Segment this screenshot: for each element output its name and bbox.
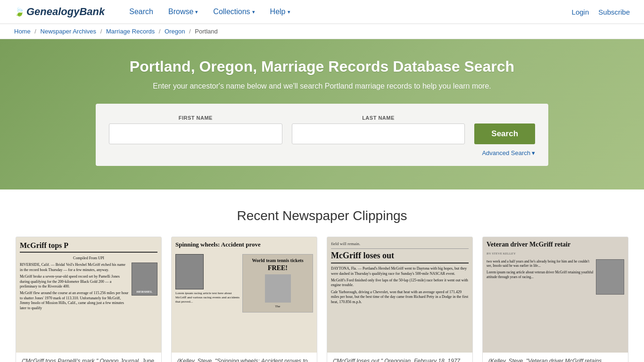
clippings-section: Recent Newspaper Clippings McGriff tops … — [0, 189, 644, 362]
clipping-caption-1: ("McGriff tops Parnelli's mark." Oregon … — [22, 357, 156, 362]
clipping-content-2: Spinning wheels: Accident prove Lorem ip… — [172, 237, 317, 353]
browse-chevron-icon: ▾ — [195, 9, 198, 15]
search-button[interactable]: Search — [474, 123, 535, 144]
breadcrumb-sep2: / — [100, 28, 104, 35]
main-nav: Search Browse ▾ Collections ▾ Help ▾ — [124, 5, 571, 19]
clipping-content-1: McGriff tops P Compiled From UPI RIVERSI… — [16, 237, 161, 353]
logo-leaf-icon: 🍃 — [14, 7, 25, 17]
breadcrumb-sep4: / — [189, 28, 192, 35]
breadcrumb-newspaper-archives[interactable]: Newspaper Archives — [41, 28, 97, 35]
clipping-card-1[interactable]: McGriff tops P Compiled From UPI RIVERSI… — [16, 237, 162, 362]
clippings-grid: McGriff tops P Compiled From UPI RIVERSI… — [16, 237, 628, 362]
clipping-content-3: field will remain. McGriff loses out DAY… — [327, 237, 472, 353]
clipping-photo-a-2 — [175, 254, 204, 289]
clipping-headline-3: McGriff loses out — [331, 251, 469, 264]
nav-browse[interactable]: Browse ▾ — [163, 5, 204, 19]
clipping-byline-4: BY STEVE KELLEY — [487, 252, 624, 256]
clipping-body-wrap-1: RIVERSIDE, Calif. — Bridal Veil's Hershe… — [20, 263, 157, 311]
logo-text: GenealogyBank — [26, 6, 105, 18]
clipping-byline-1: Compiled From UPI — [20, 255, 157, 261]
clipping-body-3: DAYTONA, Fla. — Portland's Hershel McGri… — [331, 266, 469, 304]
breadcrumb: Home / Newspaper Archives / Marriage Rec… — [0, 24, 644, 39]
breadcrumb-portland: Portland — [195, 28, 217, 35]
nav-search-label: Search — [129, 8, 153, 16]
clipping-content-4: Veteran driver McGriff retair BY STEVE K… — [483, 237, 628, 353]
subscribe-link[interactable]: Subscribe — [598, 8, 630, 16]
nav-search[interactable]: Search — [124, 5, 159, 19]
clipping-ad-headline-2: World team tennis tickets — [252, 257, 303, 263]
advanced-search-area: Advanced Search ▾ — [109, 149, 535, 156]
clipping-caption-4: (Kelley, Steve. "Veteran driver McGriff … — [488, 357, 622, 362]
nav-browse-label: Browse — [168, 8, 193, 16]
nav-collections-label: Collections — [213, 8, 250, 16]
first-name-label: FIRST NAME — [109, 115, 282, 121]
help-chevron-icon: ▾ — [288, 9, 290, 15]
clipping-headline-4: Veteran driver McGriff retair — [487, 241, 624, 249]
first-name-input[interactable] — [109, 123, 282, 144]
search-box: FIRST NAME LAST NAME Search Advanced Sea… — [96, 104, 548, 166]
clipping-image-1: McGriff tops P Compiled From UPI RIVERSI… — [16, 237, 161, 353]
clipping-top-bar-3: field will remain. — [331, 241, 469, 249]
first-name-group: FIRST NAME — [109, 115, 282, 144]
nav-collections[interactable]: Collections ▾ — [207, 5, 260, 19]
last-name-label: LAST NAME — [292, 115, 465, 121]
clipping-body-wrap-4: two week and a half years and he's alrea… — [487, 259, 624, 295]
clipping-info-1: ("McGriff tops Parnelli's mark." Oregon … — [16, 353, 161, 362]
clipping-body-wrap-2: Lorem ipsum racing article text here abo… — [175, 254, 313, 313]
clipping-text-2: Lorem ipsum racing article text here abo… — [175, 291, 239, 304]
clipping-body-1: RIVERSIDE, Calif. — Bridal Veil's Hershe… — [20, 263, 129, 311]
clipping-headline-2: Spinning wheels: Accident prove — [175, 241, 313, 248]
clipping-image-2: Spinning wheels: Accident prove Lorem ip… — [172, 237, 317, 353]
clipping-card-3[interactable]: field will remain. McGriff loses out DAY… — [327, 237, 473, 362]
clipping-card-2[interactable]: Spinning wheels: Accident prove Lorem ip… — [171, 237, 317, 362]
clipping-photo-4 — [596, 259, 624, 295]
advanced-search-chevron-icon: ▾ — [532, 149, 535, 156]
nav-help[interactable]: Help ▾ — [264, 5, 296, 19]
clipping-image-3: field will remain. McGriff loses out DAY… — [327, 237, 472, 353]
clipping-headline-1: McGriff tops P — [20, 241, 157, 253]
clipping-body-4: two week and a half years and he's alrea… — [487, 259, 594, 295]
advanced-search-link[interactable]: Advanced Search ▾ — [482, 149, 535, 156]
logo[interactable]: 🍃 GenealogyBank — [14, 6, 105, 18]
clipping-ad-free-2: FREE! — [268, 263, 288, 273]
clipping-info-2: (Kelley, Steve. "Spinning wheels: Accide… — [172, 353, 317, 362]
hero-title: Portland, Oregon, Marriage Records Datab… — [14, 58, 630, 75]
breadcrumb-oregon[interactable]: Oregon — [165, 28, 185, 35]
clipping-caption-2: (Kelley, Steve. "Spinning wheels: Accide… — [177, 357, 311, 362]
clipping-ad-text-2: The — [275, 304, 281, 309]
last-name-group: LAST NAME — [292, 115, 465, 144]
clipping-card-4[interactable]: Veteran driver McGriff retair BY STEVE K… — [482, 237, 628, 362]
clipping-ad-image-2 — [265, 274, 291, 303]
login-link[interactable]: Login — [572, 8, 589, 16]
clipping-body-left-2: Lorem ipsum racing article text here abo… — [175, 254, 239, 313]
last-name-input[interactable] — [292, 123, 465, 144]
header: 🍃 GenealogyBank Search Browse ▾ Collecti… — [0, 0, 644, 24]
breadcrumb-home[interactable]: Home — [14, 28, 31, 35]
clipping-info-3: ("McGriff loses out." Oregonian. Februar… — [327, 353, 472, 362]
hero-section: Portland, Oregon, Marriage Records Datab… — [0, 39, 644, 189]
clipping-caption-3: ("McGriff loses out." Oregonian. Februar… — [333, 357, 467, 362]
clippings-title: Recent Newspaper Clippings — [14, 208, 630, 223]
clipping-info-4: (Kelley, Steve. "Veteran driver McGriff … — [483, 353, 628, 362]
nav-help-label: Help — [270, 8, 286, 16]
clipping-photo-1: HERSHEL — [132, 263, 157, 296]
advanced-search-label: Advanced Search — [482, 149, 530, 156]
breadcrumb-sep3: / — [159, 28, 162, 35]
breadcrumb-marriage-records[interactable]: Marriage Records — [106, 28, 155, 35]
breadcrumb-sep1: / — [34, 28, 38, 35]
clipping-image-4: Veteran driver McGriff retair BY STEVE K… — [483, 237, 628, 353]
hero-subtitle: Enter your ancestor's name below and we'… — [14, 82, 630, 90]
collections-chevron-icon: ▾ — [252, 9, 255, 15]
search-fields: FIRST NAME LAST NAME Search — [109, 115, 535, 144]
header-actions: Login Subscribe — [572, 8, 630, 16]
clipping-ad-2: World team tennis tickets FREE! The — [242, 254, 313, 313]
